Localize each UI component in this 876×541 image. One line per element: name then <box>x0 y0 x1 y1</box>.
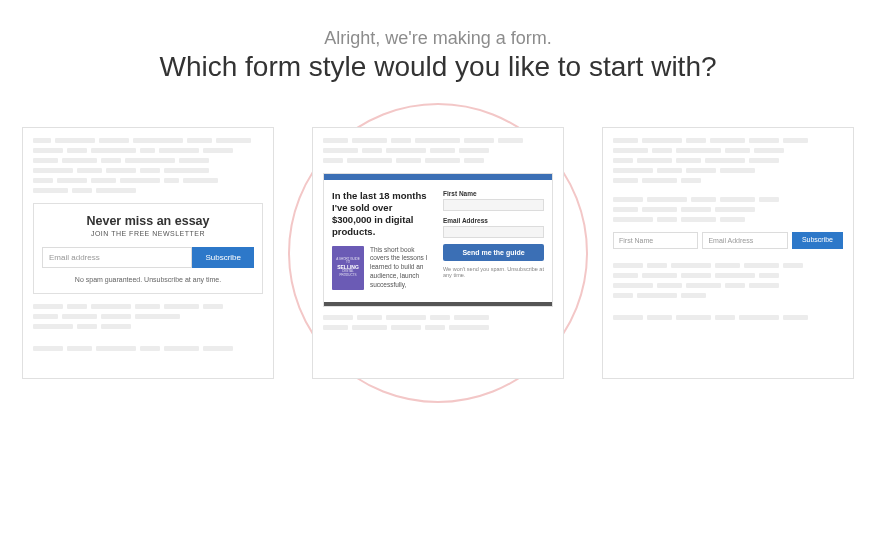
email-input-preview: Email address <box>42 247 192 268</box>
form-preview-box: Never miss an essay JOIN THE FREE NEWSLE… <box>33 203 263 294</box>
page-subtitle: Alright, we're making a form. <box>0 28 876 49</box>
page-title: Which form style would you like to start… <box>0 51 876 83</box>
placeholder-text-block <box>613 138 843 183</box>
send-guide-button-preview: Send me the guide <box>443 244 544 261</box>
book-cover-icon: A SHORT GUIDE TO SELLING DIGITAL PRODUCT… <box>332 246 364 290</box>
form-subheading: JOIN THE FREE NEWSLETTER <box>42 230 254 237</box>
form-style-option-3[interactable]: First Name Email Address Subscribe <box>602 127 854 379</box>
form-bottom-bar <box>324 302 552 306</box>
form-heading: Never miss an essay <box>42 214 254 228</box>
form-heading: In the last 18 months I've sold over $30… <box>332 190 433 238</box>
first-name-label: First Name <box>443 190 544 197</box>
placeholder-text-block <box>613 263 843 320</box>
form-style-option-1[interactable]: Never miss an essay JOIN THE FREE NEWSLE… <box>22 127 274 379</box>
first-name-input-preview: First Name <box>613 232 698 249</box>
placeholder-text-block <box>33 138 263 193</box>
form-footer-text: No spam guaranteed. Unsubscribe at any t… <box>42 276 254 283</box>
first-name-input-preview <box>443 199 544 211</box>
email-input-preview <box>443 226 544 238</box>
placeholder-text-block <box>323 315 553 330</box>
email-input-preview: Email Address <box>702 232 787 249</box>
subscribe-button-preview: Subscribe <box>792 232 843 249</box>
placeholder-text-block <box>613 197 843 222</box>
placeholder-text-block <box>323 138 553 163</box>
email-label: Email Address <box>443 217 544 224</box>
form-description: This short book covers the lessons I lea… <box>370 246 433 290</box>
placeholder-text-block <box>33 304 263 351</box>
subscribe-button-preview: Subscribe <box>192 247 254 268</box>
form-style-option-2[interactable]: In the last 18 months I've sold over $30… <box>312 127 564 379</box>
form-footer-text: We won't send you spam. Unsubscribe at a… <box>443 266 544 278</box>
form-preview-row: First Name Email Address Subscribe <box>613 232 843 249</box>
form-preview-box: In the last 18 months I've sold over $30… <box>323 173 553 307</box>
